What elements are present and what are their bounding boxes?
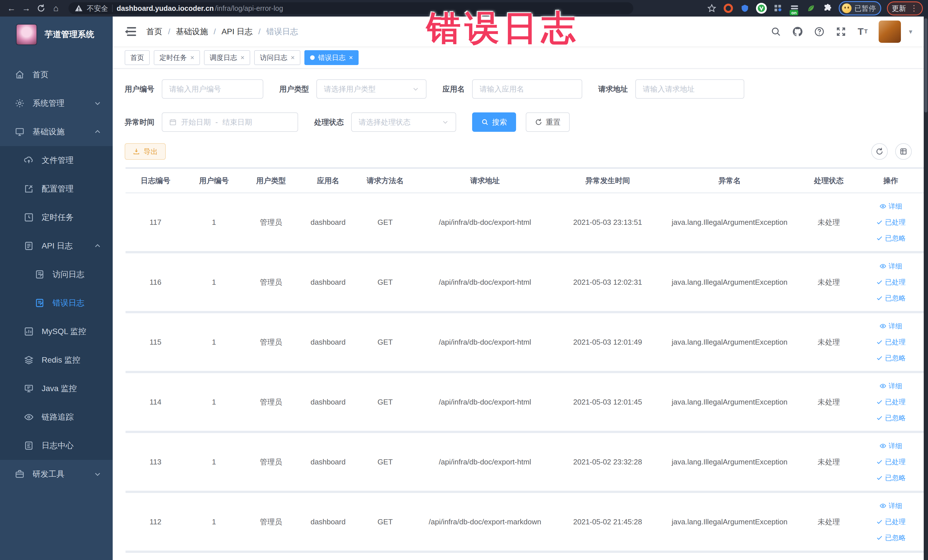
table-header-cell[interactable]: 请求地址 [414, 169, 556, 192]
detail-link[interactable]: 详细 [879, 322, 902, 331]
detail-link[interactable]: 详细 [879, 441, 902, 450]
mark-processed-link[interactable]: 已处理 [876, 337, 906, 346]
ext-onoff-icon[interactable]: on [789, 3, 800, 14]
sidebar-item-config[interactable]: 配置管理 [0, 175, 113, 203]
close-icon[interactable]: × [190, 53, 194, 62]
table-header-cell[interactable]: 操作 [857, 169, 924, 192]
tag-job-log[interactable]: 调度日志× [204, 50, 250, 65]
detail-link[interactable]: 详细 [879, 262, 902, 271]
table-header-cell[interactable]: 用户类型 [243, 169, 299, 192]
user-avatar[interactable] [879, 21, 901, 43]
browser-menu-kebab-icon[interactable]: ⋮ [910, 4, 918, 12]
mark-ignored-link[interactable]: 已忽略 [876, 473, 906, 482]
reload-icon[interactable] [35, 2, 47, 15]
sidebar-item-system[interactable]: 系统管理 [0, 89, 113, 117]
user-type-select[interactable]: 请选择用户类型 [316, 79, 426, 99]
page-scrollbar[interactable] [924, 17, 928, 560]
mark-processed-link[interactable]: 已处理 [876, 517, 906, 526]
reset-button[interactable]: 重置 [526, 112, 570, 132]
extensions-puzzle-icon[interactable] [822, 3, 833, 14]
logo-row[interactable]: 芋道管理系统 [0, 17, 113, 51]
ext-orange-icon[interactable] [723, 3, 734, 14]
sidebar-item-job[interactable]: 定时任务 [0, 203, 113, 232]
close-icon[interactable]: × [349, 53, 353, 62]
cell-app-name: dashboard [299, 194, 357, 251]
breadcrumb-item[interactable]: 首页 [147, 26, 162, 37]
close-icon[interactable]: × [241, 53, 244, 62]
scrollbar-thumb[interactable] [924, 18, 927, 112]
breadcrumb-item[interactable]: 基础设施 [176, 26, 208, 37]
mark-processed-link[interactable]: 已处理 [876, 278, 906, 287]
detail-link[interactable]: 详细 [879, 202, 902, 211]
ext-leaf-icon[interactable] [806, 3, 817, 14]
security-label[interactable]: 不安全 [87, 4, 108, 13]
search-icon[interactable] [770, 26, 781, 37]
sidebar-item-api-log[interactable]: API 日志 [0, 232, 113, 260]
breadcrumb-item[interactable]: API 日志 [222, 26, 253, 37]
check-icon [876, 534, 883, 541]
mark-processed-link[interactable]: 已处理 [876, 218, 906, 227]
tag-error-log[interactable]: 错误日志× [304, 50, 359, 65]
date-range-picker[interactable]: 开始日期 - 结束日期 [162, 112, 298, 132]
close-icon[interactable]: × [291, 53, 295, 62]
home-icon[interactable]: ⌂ [50, 2, 62, 15]
sidebar-item-error-log[interactable]: 错误日志 [0, 289, 113, 317]
table-header-cell[interactable]: 日志编号 [125, 169, 185, 192]
table-header-cell[interactable]: 请求方法名 [357, 169, 414, 192]
ext-green-v-icon[interactable] [756, 3, 767, 14]
chevron-down-icon [94, 470, 101, 478]
sidebar-item-log-center[interactable]: 日志中心 [0, 431, 113, 460]
sidebar-item-access-log[interactable]: 访问日志 [0, 260, 113, 289]
user-id-input[interactable] [169, 85, 256, 93]
sidebar-item-infra[interactable]: 基础设施 [0, 117, 113, 146]
detail-link[interactable]: 详细 [879, 501, 902, 510]
table-header-cell[interactable]: 异常发生时间 [556, 169, 659, 192]
avatar-caret-icon[interactable]: ▾ [909, 27, 912, 36]
sidebar-item-mysql[interactable]: MySQL 监控 [0, 317, 113, 346]
profile-paused-chip[interactable]: 已暂停 [839, 1, 881, 15]
annotation-error-log-text: 错误日志 [426, 5, 579, 52]
ext-grid-icon[interactable] [772, 3, 783, 14]
sidebar-item-file[interactable]: 文件管理 [0, 146, 113, 175]
bookmark-star-icon[interactable] [706, 3, 717, 14]
fullscreen-icon[interactable] [835, 26, 847, 37]
detail-link[interactable]: 详细 [879, 381, 902, 391]
tag-home[interactable]: 首页 [125, 50, 150, 65]
mark-processed-link[interactable]: 已处理 [876, 397, 906, 406]
sidebar-menu: 首页 系统管理 基础设施 文件管理 [0, 61, 113, 488]
tag-job[interactable]: 定时任务× [154, 50, 200, 65]
mark-ignored-link[interactable]: 已忽略 [876, 233, 906, 243]
mark-processed-link[interactable]: 已处理 [876, 457, 906, 467]
table-header-cell[interactable]: 处理状态 [800, 169, 857, 192]
mark-ignored-link[interactable]: 已忽略 [876, 354, 906, 363]
search-button[interactable]: 搜索 [472, 112, 516, 132]
request-url-input[interactable] [643, 85, 737, 93]
sidebar-item-tracer[interactable]: 链路追踪 [0, 403, 113, 431]
mark-ignored-link[interactable]: 已忽略 [876, 533, 906, 542]
sidebar-item-redis[interactable]: Redis 监控 [0, 346, 113, 374]
mark-ignored-link[interactable]: 已忽略 [876, 293, 906, 303]
refresh-table-button[interactable] [871, 143, 888, 160]
sidebar-item-dev-tools[interactable]: 研发工具 [0, 460, 113, 488]
table-header-cell[interactable]: 用户编号 [185, 169, 243, 192]
back-icon[interactable]: ← [5, 2, 18, 15]
sidebar-item-home[interactable]: 首页 [0, 61, 113, 89]
table-header-cell[interactable]: 异常名 [659, 169, 800, 192]
text-size-icon[interactable]: TT [857, 26, 868, 37]
logo-avatar [16, 24, 37, 45]
help-icon[interactable] [814, 26, 825, 37]
mark-ignored-link[interactable]: 已忽略 [876, 414, 906, 423]
github-icon[interactable] [792, 26, 803, 37]
process-status-select[interactable]: 请选择处理状态 [351, 112, 456, 132]
cell-exception-time: 2021-05-03 12:02:31 [556, 253, 659, 311]
export-button[interactable]: 导出 [125, 143, 166, 160]
forward-icon[interactable]: → [20, 2, 32, 15]
ext-shield-icon[interactable] [739, 3, 750, 14]
app-name-input[interactable] [479, 85, 575, 93]
sidebar-collapse-icon[interactable] [124, 26, 136, 37]
browser-update-chip[interactable]: 更新 ⋮ [887, 2, 923, 15]
table-header-cell[interactable]: 应用名 [299, 169, 357, 192]
sidebar-item-java[interactable]: Java 监控 [0, 374, 113, 403]
tag-access-log[interactable]: 访问日志× [254, 50, 301, 65]
column-settings-button[interactable] [895, 143, 912, 160]
